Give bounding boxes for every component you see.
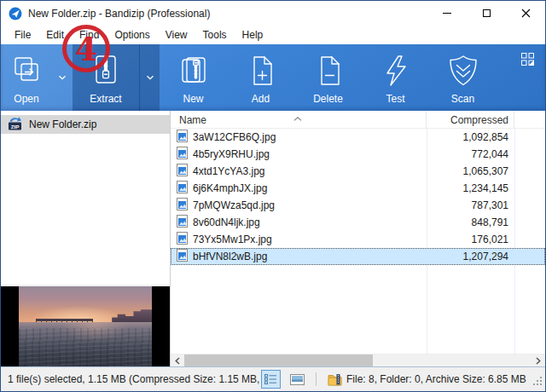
- photo-pier-silhouette: [36, 319, 93, 321]
- test-button[interactable]: Test: [362, 44, 429, 111]
- delete-button[interactable]: Delete: [294, 44, 362, 111]
- selection-info: 1 file(s) selected, 1.15 MB (Compressed …: [8, 373, 261, 385]
- close-button[interactable]: [506, 1, 545, 26]
- extract-button-label: Extract: [90, 93, 121, 105]
- file-compressed-size: 1,207,294: [427, 251, 514, 262]
- file-row[interactable]: 6j6K4mphJX.jpg 1,234,145: [171, 180, 545, 197]
- window-title: New Folder.zip - Bandizip (Professional): [28, 8, 210, 20]
- file-name: 6j6K4mphJX.jpg: [193, 182, 267, 194]
- menu-item-tools[interactable]: Tools: [195, 26, 235, 43]
- file-row[interactable]: 3aW12CFB6Q.jpg 1,092,854: [171, 129, 545, 146]
- shield-scan-icon: [444, 54, 482, 88]
- file-compressed-size: 1,092,854: [427, 131, 514, 143]
- delete-button-label: Delete: [313, 93, 343, 105]
- chevron-down-icon: [146, 75, 154, 80]
- main-area: ZIP New Folder.zip: [1, 111, 545, 366]
- details-view-icon: [264, 374, 277, 384]
- menu-item-help[interactable]: Help: [235, 26, 271, 43]
- add-button-label: Add: [252, 93, 270, 105]
- tree-item-archive[interactable]: ZIP New Folder.zip: [1, 115, 170, 134]
- scroll-right-icon: [536, 357, 541, 365]
- toolbar-customize-button[interactable]: [520, 51, 535, 66]
- status-bar-buttons: [261, 370, 346, 389]
- file-list-pane: Name Compressed 3aW12CFB6Q.jpg 1,092,854: [171, 111, 545, 366]
- add-file-icon: [244, 54, 278, 88]
- column-header-compressed[interactable]: Compressed: [427, 111, 514, 128]
- file-name: 3aW12CFB6Q.jpg: [193, 131, 276, 143]
- open-button-group: Open: [1, 44, 73, 111]
- scrollbar-thumb[interactable]: [184, 355, 373, 367]
- new-button-label: New: [183, 93, 203, 105]
- minimize-icon: [443, 13, 451, 14]
- file-name: 4b5ryX9RHU.jpg: [193, 148, 270, 160]
- test-button-label: Test: [386, 93, 404, 105]
- close-icon: [521, 9, 531, 18]
- file-name: 73Yx5Mw1Px.jpg: [193, 233, 272, 245]
- bandizip-logo-icon[interactable]: [9, 7, 22, 20]
- image-file-icon: [177, 164, 188, 179]
- file-row[interactable]: 8v60dN4ljk.jpg 848,791: [171, 214, 545, 231]
- bandizip-window: New Folder.zip - Bandizip (Professional)…: [0, 0, 546, 392]
- lightning-icon: [379, 54, 413, 88]
- delete-file-icon: [311, 54, 346, 88]
- scan-button[interactable]: Scan: [429, 44, 497, 111]
- file-row[interactable]: 4b5ryX9RHU.jpg 772,044: [171, 146, 545, 163]
- maximize-button[interactable]: [467, 1, 506, 26]
- preview-photo: [19, 286, 152, 366]
- scroll-left-button[interactable]: [171, 355, 184, 366]
- image-view-icon: [290, 374, 305, 385]
- file-name: bHfVN8l2wB.jpg: [193, 251, 267, 262]
- details-view-button[interactable]: [261, 370, 281, 389]
- file-row[interactable]: 4xtd1YcYA3.jpg 1,065,307: [171, 163, 545, 180]
- file-compressed-size: 1,065,307: [427, 165, 514, 177]
- archive-info: File: 8, Folder: 0, Archive Size: 6.85 M…: [346, 373, 546, 385]
- scroll-right-button[interactable]: [531, 355, 545, 366]
- image-file-icon: [177, 198, 188, 213]
- photo-ripples: [19, 328, 152, 366]
- image-file-icon: [177, 147, 188, 162]
- file-compressed-size: 1,234,145: [427, 182, 514, 194]
- open-folder-icon: [328, 373, 343, 386]
- image-file-icon: [177, 130, 188, 145]
- menu-item-options[interactable]: Options: [107, 26, 157, 43]
- new-button[interactable]: New: [160, 44, 227, 111]
- resize-grip[interactable]: [532, 376, 543, 389]
- extract-dropdown-button[interactable]: [139, 44, 160, 111]
- file-compressed-size: 848,791: [427, 216, 514, 228]
- file-row-selected[interactable]: bHfVN8l2wB.jpg 1,207,294: [171, 248, 545, 265]
- title-bar: New Folder.zip - Bandizip (Professional): [1, 1, 545, 26]
- status-bar: 1 file(s) selected, 1.15 MB (Compressed …: [1, 366, 545, 391]
- column-header-row: Name Compressed: [171, 111, 545, 129]
- file-row[interactable]: 7pMQWza5qd.jpg 787,301: [171, 197, 545, 214]
- chevron-down-icon: [58, 75, 67, 80]
- open-button-label: Open: [14, 93, 38, 105]
- menu-item-file[interactable]: File: [7, 26, 38, 43]
- menu-item-view[interactable]: View: [158, 26, 195, 43]
- image-view-button[interactable]: [287, 370, 308, 389]
- column-header-name[interactable]: Name: [171, 111, 427, 128]
- file-rows: 3aW12CFB6Q.jpg 1,092,854 4b5ryX9RHU.jpg …: [171, 129, 545, 354]
- scan-button-label: Scan: [451, 93, 474, 105]
- image-file-icon: [177, 215, 188, 230]
- sidebar: ZIP New Folder.zip: [1, 111, 171, 366]
- new-archive-icon: [177, 54, 211, 88]
- open-button[interactable]: Open: [1, 44, 52, 111]
- zip-file-icon: ZIP: [7, 116, 24, 133]
- add-button[interactable]: Add: [227, 44, 294, 111]
- file-row[interactable]: 73Yx5Mw1Px.jpg 176,021: [171, 231, 545, 248]
- image-file-icon: [177, 232, 188, 247]
- horizontal-scrollbar[interactable]: [171, 354, 545, 366]
- minimize-button[interactable]: [427, 1, 467, 26]
- archive-tree: ZIP New Folder.zip: [1, 111, 170, 285]
- file-name: 7pMQWza5qd.jpg: [193, 199, 275, 211]
- image-file-icon: [177, 249, 188, 264]
- open-folder-button[interactable]: [324, 370, 346, 389]
- svg-text:ZIP: ZIP: [11, 124, 20, 130]
- status-separator: [316, 372, 317, 386]
- image-preview-pane: [1, 285, 170, 366]
- file-compressed-size: 772,044: [427, 148, 514, 160]
- resize-grip-icon: [532, 376, 543, 386]
- image-file-icon: [177, 181, 188, 196]
- file-name: 4xtd1YcYA3.jpg: [193, 165, 265, 177]
- window-controls: [427, 1, 545, 26]
